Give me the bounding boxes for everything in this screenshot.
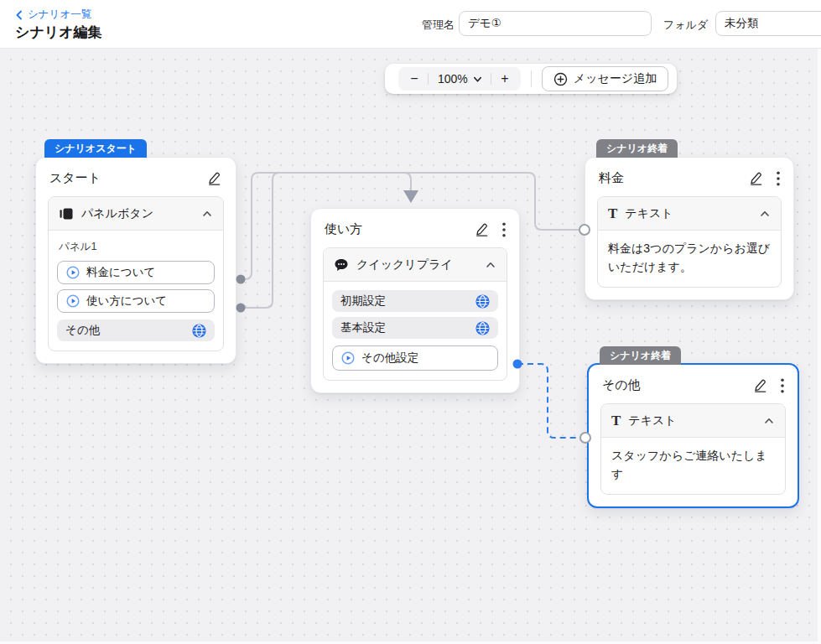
kebab-menu-icon [781,378,784,393]
play-circle-icon [66,266,80,279]
add-message-label: メッセージ追加 [574,71,657,86]
text-type-icon: T [611,413,621,428]
more-options-button[interactable] [502,222,506,237]
edit-icon [748,170,764,186]
admin-name-input[interactable] [459,11,652,36]
edit-icon [474,221,490,237]
quick-reply-section: クイックリプライ 初期設定 基本設定 その他設定 [323,247,507,381]
node-usage-title: 使い方 [325,221,362,237]
edit-button[interactable] [206,170,222,186]
panel-choice-usage-label: 使い方について [86,293,167,309]
node-other-badge: シナリオ終着 [600,346,681,365]
chevron-left-icon [15,10,23,20]
chevron-up-icon [201,208,213,220]
add-message-button[interactable]: メッセージ追加 [542,66,668,91]
edit-icon [752,377,768,393]
kebab-menu-icon [502,222,506,237]
canvas-edge-strip [818,49,821,644]
panel-button-icon [59,206,74,221]
panel-choice-usage[interactable]: 使い方について [57,289,215,313]
chevron-up-icon [485,259,496,271]
node-price-badge: シナリオ終着 [596,139,678,158]
node-start-badge: シナリオスタート [44,139,147,158]
panel-choice-price-label: 料金について [86,265,155,280]
divider [531,70,532,87]
text-section-header[interactable]: T テキスト [601,404,785,438]
play-circle-icon [341,351,355,365]
zoom-out-button[interactable]: − [403,70,425,87]
globe-icon [475,294,490,309]
divider [428,73,429,85]
chevron-up-icon [759,208,771,220]
text-type-icon: T [608,206,617,221]
node-other-title: その他 [602,377,641,393]
chevron-up-icon [763,415,775,427]
zoom-control-group: − 100% + [398,67,521,91]
divider [491,73,491,85]
page-header: シナリオ一覧 シナリオ編集 管理名 フォルダ [0,0,821,48]
panel-choice-price[interactable]: 料金について [57,261,215,284]
panel-button-section-header[interactable]: パネルボタン [49,197,223,231]
port-start-price[interactable] [236,275,246,284]
quick-reply-row-basic[interactable]: 基本設定 [332,317,498,339]
text-section-body: 料金は3つのプランからお選びいただけます。 [598,231,781,287]
play-circle-icon [66,294,80,308]
speech-bubble-icon [334,257,349,273]
folder-label: フォルダ [663,18,708,33]
node-usage[interactable]: 使い方 クイックリプライ 初期設定 [310,208,520,393]
quick-reply-row-basic-label: 基本設定 [340,320,386,335]
text-section-body: スタッフからご連絡いたします [601,438,785,494]
port-start-usage[interactable] [236,304,246,313]
more-options-button[interactable] [781,378,784,393]
edit-icon [206,170,222,186]
node-price-title: 料金 [599,170,624,186]
text-section-label: テキスト [628,413,676,428]
edit-button[interactable] [474,221,490,237]
zoom-in-button[interactable]: + [494,70,516,87]
panel-row-other-label: その他 [65,323,100,338]
panel-row-other[interactable]: その他 [57,319,215,341]
kebab-menu-icon [777,171,780,186]
quick-reply-row-initial-label: 初期設定 [340,293,386,309]
more-options-button[interactable] [777,171,780,186]
edit-button[interactable] [748,170,764,186]
zoom-dropdown-button[interactable] [472,74,483,85]
quick-reply-button-other-settings-label: その他設定 [361,351,418,366]
panel-name-label: パネル1 [59,240,213,254]
node-other[interactable]: シナリオ終着 その他 T テキスト スタッフからご連絡いたします [587,363,799,508]
text-section-label: テキスト [625,206,673,221]
quick-reply-row-initial[interactable]: 初期設定 [332,290,498,312]
text-section: T テキスト スタッフからご連絡いたします [600,403,786,495]
plus-circle-icon [553,72,568,86]
globe-icon [192,324,206,338]
scenario-canvas[interactable]: − 100% + メッセージ追加 シナリオスタート スタート [0,48,821,644]
panel-button-section-label: パネルボタン [81,206,153,221]
edge-usage-arrow [403,190,418,203]
node-price[interactable]: シナリオ終着 料金 T テキスト 料金は3つのプランからお選びいただけます。 [585,157,794,300]
breadcrumb[interactable]: シナリオ一覧 [15,8,91,22]
text-section: T テキスト 料金は3つのプランからお選びいただけます。 [597,196,782,288]
node-start-title: スタート [49,170,101,186]
edge-other-dashed [517,364,577,438]
globe-icon [475,321,490,335]
page-title: シナリオ編集 [15,23,102,42]
breadcrumb-label: シナリオ一覧 [28,8,91,22]
quick-reply-section-header[interactable]: クイックリプライ [324,248,507,282]
chevron-down-icon [472,74,483,85]
folder-input[interactable] [715,11,821,36]
canvas-toolbar: − 100% + メッセージ追加 [385,64,677,94]
edit-button[interactable] [752,377,768,393]
text-section-header[interactable]: T テキスト [598,197,781,231]
quick-reply-button-other-settings[interactable]: その他設定 [332,345,498,371]
quick-reply-section-label: クイックリプライ [356,257,453,273]
node-start[interactable]: シナリオスタート スタート パネルボタン パネル1 料金について [35,157,236,364]
admin-name-label: 管理名 [422,18,455,33]
panel-button-section: パネルボタン パネル1 料金について 使い方について その他 [48,196,224,351]
zoom-level-value: 100% [438,72,468,86]
